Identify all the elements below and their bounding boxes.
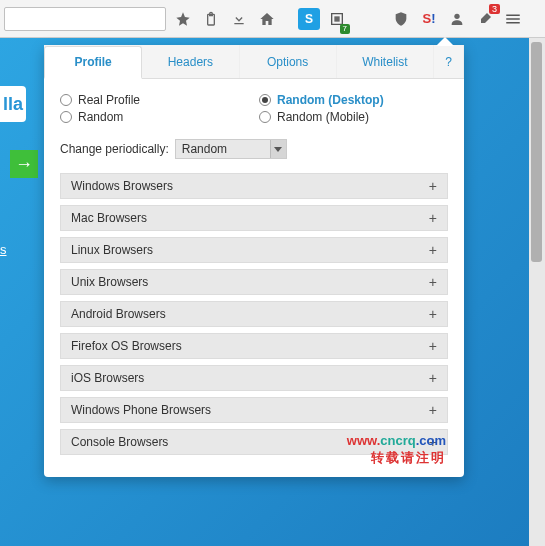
brush-icon[interactable]: 3 xyxy=(474,8,496,30)
expand-icon: + xyxy=(429,242,437,258)
panel-tabs: Profile Headers Options Whitelist ? xyxy=(44,45,464,79)
tab-profile[interactable]: Profile xyxy=(44,46,142,79)
section-label: Mac Browsers xyxy=(71,211,147,225)
page-logo-fragment: lla xyxy=(0,86,26,122)
expand-icon: + xyxy=(429,370,437,386)
watermark-note: 转载请注明 xyxy=(347,450,446,467)
period-label: Change periodically: xyxy=(60,142,169,156)
radio-label: Random (Desktop) xyxy=(277,93,384,107)
clipboard-icon[interactable] xyxy=(200,8,222,30)
extension-panel: Profile Headers Options Whitelist ? Real… xyxy=(44,45,464,477)
panel-arrow-icon xyxy=(436,37,454,46)
radio-real-profile[interactable]: Real Profile xyxy=(60,93,249,107)
brush-badge: 3 xyxy=(489,4,500,15)
tab-headers[interactable]: Headers xyxy=(142,45,239,78)
tab-help[interactable]: ? xyxy=(434,45,464,78)
s-bang-icon[interactable]: S! xyxy=(418,8,440,30)
expand-icon: + xyxy=(429,402,437,418)
url-input[interactable] xyxy=(4,7,166,31)
hamburger-icon[interactable] xyxy=(502,8,524,30)
chevron-down-icon xyxy=(270,140,286,158)
account-icon[interactable] xyxy=(446,8,468,30)
browser-toolbar: S 7 S! 3 xyxy=(0,0,545,38)
panel-body: Real Profile Random Random (Desktop) Ran… xyxy=(44,79,464,477)
star-icon[interactable] xyxy=(172,8,194,30)
section-label: Console Browsers xyxy=(71,435,168,449)
expand-icon: + xyxy=(429,210,437,226)
browser-sections: Windows Browsers+ Mac Browsers+ Linux Br… xyxy=(60,173,448,455)
section-firefoxos[interactable]: Firefox OS Browsers+ xyxy=(60,333,448,359)
tab-whitelist[interactable]: Whitelist xyxy=(337,45,434,78)
section-unix[interactable]: Unix Browsers+ xyxy=(60,269,448,295)
go-button[interactable]: → xyxy=(10,150,38,178)
section-label: Android Browsers xyxy=(71,307,166,321)
tab-options[interactable]: Options xyxy=(240,45,337,78)
profile-radio-group: Real Profile Random Random (Desktop) Ran… xyxy=(60,93,448,127)
section-mac[interactable]: Mac Browsers+ xyxy=(60,205,448,231)
section-ios[interactable]: iOS Browsers+ xyxy=(60,365,448,391)
section-label: Windows Browsers xyxy=(71,179,173,193)
extension-badge: 7 xyxy=(340,24,350,34)
section-label: iOS Browsers xyxy=(71,371,144,385)
scrollbar-thumb[interactable] xyxy=(531,42,542,262)
watermark-url: www.cncrq.com xyxy=(347,433,446,450)
section-linux[interactable]: Linux Browsers+ xyxy=(60,237,448,263)
dropdown-value: Random xyxy=(176,142,227,156)
period-row: Change periodically: Random xyxy=(60,139,448,159)
download-icon[interactable] xyxy=(228,8,250,30)
expand-icon: + xyxy=(429,306,437,322)
expand-icon: + xyxy=(429,178,437,194)
section-label: Windows Phone Browsers xyxy=(71,403,211,417)
radio-random[interactable]: Random xyxy=(60,110,249,124)
radio-icon xyxy=(259,111,271,123)
svg-point-0 xyxy=(454,13,459,18)
stray-link[interactable]: s xyxy=(0,242,7,257)
radio-label: Random xyxy=(78,110,123,124)
radio-icon xyxy=(259,94,271,106)
home-icon[interactable] xyxy=(256,8,278,30)
period-dropdown[interactable]: Random xyxy=(175,139,287,159)
section-label: Firefox OS Browsers xyxy=(71,339,182,353)
ublock-icon[interactable] xyxy=(390,8,412,30)
radio-random-mobile[interactable]: Random (Mobile) xyxy=(259,110,448,124)
section-wp[interactable]: Windows Phone Browsers+ xyxy=(60,397,448,423)
extension-icon[interactable]: 7 xyxy=(326,8,348,30)
skype-icon[interactable]: S xyxy=(298,8,320,30)
expand-icon: + xyxy=(429,338,437,354)
toolbar-icons: S 7 S! 3 xyxy=(172,8,524,30)
section-label: Unix Browsers xyxy=(71,275,148,289)
radio-label: Random (Mobile) xyxy=(277,110,369,124)
radio-label: Real Profile xyxy=(78,93,140,107)
expand-icon: + xyxy=(429,274,437,290)
section-android[interactable]: Android Browsers+ xyxy=(60,301,448,327)
watermark: www.cncrq.com 转载请注明 xyxy=(347,433,446,467)
vertical-scrollbar[interactable] xyxy=(529,38,545,546)
section-label: Linux Browsers xyxy=(71,243,153,257)
radio-icon xyxy=(60,94,72,106)
radio-icon xyxy=(60,111,72,123)
section-windows[interactable]: Windows Browsers+ xyxy=(60,173,448,199)
radio-random-desktop[interactable]: Random (Desktop) xyxy=(259,93,448,107)
